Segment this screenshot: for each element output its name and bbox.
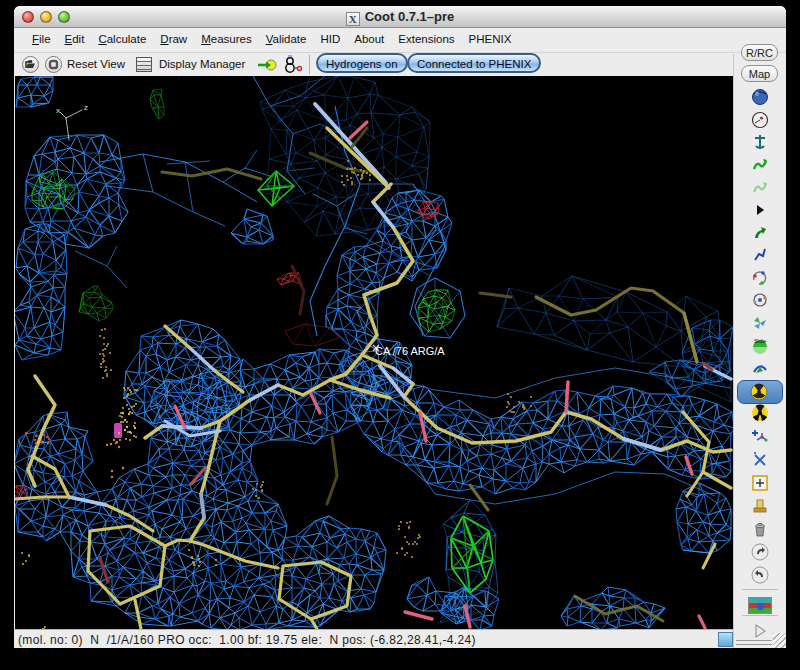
svg-text:Side: Side [754,338,767,344]
svg-text:N: N [288,55,292,59]
svg-text:x: x [56,106,60,115]
svg-text:z: z [84,103,88,112]
svg-text:CA /76 ARG/A: CA /76 ARG/A [375,345,445,357]
